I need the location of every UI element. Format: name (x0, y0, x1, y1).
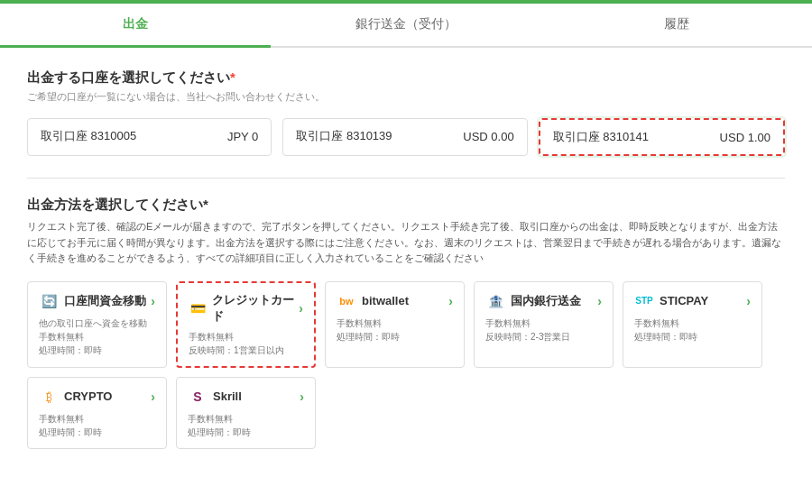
transfer-time: 処理時間：即時 (39, 344, 155, 357)
account-balance-1: USD 0.00 (463, 130, 513, 143)
main-content: 出金する口座を選択してください* ご希望の口座が一覧にない場合は、当社へお問い合… (0, 48, 812, 471)
payment-fee-sticpay: 手数料無料 処理時間：即時 (634, 316, 751, 344)
section-divider (27, 178, 785, 179)
bank-time: 反映時間：2-3営業日 (485, 330, 602, 344)
credit-chevron: › (299, 301, 303, 316)
payment-card-header-crypto: ₿ CRYPTO › (39, 387, 155, 407)
payment-title-row-credit: 💳 クレジットカード (189, 292, 299, 325)
payment-method-grid: 🔄 口座間資金移動 › 他の取引口座へ資金を移動 手数料無料 処理時間：即時 💳… (27, 281, 785, 368)
payment-name-bitwallet: bitwallet (362, 294, 409, 307)
sticpay-chevron: › (746, 294, 751, 308)
credit-fee: 手数料無料 (189, 330, 303, 344)
account-card-inner-0: 取引口座 8310005 JPY 0 (41, 128, 258, 144)
payment-fee-transfer: 他の取引口座へ資金を移動 手数料無料 処理時間：即時 (39, 316, 155, 357)
skrill-chevron: › (300, 389, 304, 404)
account-balance-2: USD 1.00 (720, 131, 770, 144)
payment-card-skrill[interactable]: S Skrill › 手数料無料 処理時間：即時 (176, 377, 316, 449)
payment-name-crypto: CRYPTO (64, 389, 112, 403)
payment-card-header-skrill: S Skrill › (188, 387, 304, 407)
bitwallet-chevron: › (448, 294, 453, 308)
account-id-0: 取引口座 8310005 (41, 128, 136, 144)
payment-card-credit[interactable]: 💳 クレジットカード › 手数料無料 反映時間：1営業日以内 (176, 281, 316, 368)
tab-bank-transfer[interactable]: 銀行送金（受付） (271, 4, 541, 48)
bank-icon: 🏦 (485, 291, 505, 311)
payment-name-transfer: 口座間資金移動 (64, 293, 146, 309)
payment-card-transfer[interactable]: 🔄 口座間資金移動 › 他の取引口座へ資金を移動 手数料無料 処理時間：即時 (27, 281, 167, 368)
payment-name-skrill: Skrill (213, 389, 242, 403)
tab-bar: 出金 銀行送金（受付） 履歴 (0, 4, 812, 48)
account-id-1: 取引口座 8310139 (296, 128, 392, 144)
sticpay-fee: 手数料無料 (634, 316, 751, 330)
account-card-1[interactable]: 取引口座 8310139 USD 0.00 (282, 118, 527, 156)
skrill-icon: S (188, 387, 208, 407)
payment-title-text: 出金方法を選択してください (27, 197, 203, 212)
account-card-row: 取引口座 8310005 JPY 0 取引口座 8310139 USD 0.00… (27, 118, 785, 156)
payment-section-title: 出金方法を選択してください* (27, 197, 785, 214)
sticpay-time: 処理時間：即時 (634, 330, 751, 344)
payment-card-bank[interactable]: 🏦 国内銀行送金 › 手数料無料 反映時間：2-3営業日 (474, 281, 614, 368)
account-required-mark: * (230, 69, 235, 85)
payment-card-header-bitwallet: bw bitwallet › (337, 291, 453, 311)
crypto-fee: 手数料無料 (39, 412, 155, 426)
tab-history[interactable]: 履歴 (541, 4, 812, 48)
payment-fee-crypto: 手数料無料 処理時間：即時 (39, 412, 155, 439)
skrill-fee: 手数料無料 (188, 412, 304, 426)
payment-fee-bank: 手数料無料 反映時間：2-3営業日 (485, 316, 602, 344)
account-section-subtitle: ご希望の口座が一覧にない場合は、当社へお問い合わせください。 (27, 90, 785, 104)
bitwallet-icon: bw (337, 291, 356, 311)
payment-card-header-sticpay: STP STICPAY › (634, 291, 751, 311)
credit-icon: 💳 (189, 298, 207, 318)
bank-chevron: › (597, 294, 602, 308)
tab-withdraw[interactable]: 出金 (0, 4, 271, 48)
payment-description: リクエスト完了後、確認のEメールが届きますので、完了ボタンを押してください。リク… (27, 219, 785, 267)
payment-card-header-bank: 🏦 国内銀行送金 › (485, 291, 602, 311)
account-title-text: 出金する口座を選択してください (27, 69, 230, 85)
account-card-2[interactable]: 取引口座 8310141 USD 1.00 (539, 118, 785, 156)
payment-title-row-skrill: S Skrill (188, 387, 242, 407)
bitwallet-time: 処理時間：即時 (337, 330, 453, 344)
payment-title-row-transfer: 🔄 口座間資金移動 (39, 291, 146, 311)
sticpay-icon: STP (634, 291, 654, 311)
payment-title-row-bitwallet: bw bitwallet (337, 291, 409, 311)
payment-card-header-transfer: 🔄 口座間資金移動 › (39, 291, 155, 311)
bitwallet-fee: 手数料無料 (337, 316, 453, 330)
account-card-inner-2: 取引口座 8310141 USD 1.00 (553, 129, 770, 145)
account-section-title: 出金する口座を選択してください* (27, 69, 785, 87)
transfer-sub: 他の取引口座へ資金を移動 (39, 316, 155, 330)
crypto-chevron: › (151, 389, 155, 404)
bank-fee: 手数料無料 (485, 316, 602, 330)
payment-fee-credit: 手数料無料 反映時間：1営業日以内 (189, 330, 303, 357)
payment-name-credit: クレジットカード (212, 292, 299, 325)
account-card-0[interactable]: 取引口座 8310005 JPY 0 (27, 118, 272, 156)
payment-card-crypto[interactable]: ₿ CRYPTO › 手数料無料 処理時間：即時 (27, 377, 167, 449)
skrill-time: 処理時間：即時 (188, 426, 304, 439)
payment-title-row-sticpay: STP STICPAY (634, 291, 708, 311)
credit-time: 反映時間：1営業日以内 (189, 344, 303, 357)
account-balance-0: JPY 0 (227, 130, 258, 143)
payment-name-bank: 国内銀行送金 (511, 293, 581, 309)
payment-fee-skrill: 手数料無料 処理時間：即時 (188, 412, 304, 439)
payment-fee-bitwallet: 手数料無料 処理時間：即時 (337, 316, 453, 344)
account-card-inner-1: 取引口座 8310139 USD 0.00 (296, 128, 513, 144)
transfer-fee: 手数料無料 (39, 330, 155, 344)
transfer-icon: 🔄 (39, 291, 59, 311)
payment-card-bitwallet[interactable]: bw bitwallet › 手数料無料 処理時間：即時 (325, 281, 465, 368)
crypto-time: 処理時間：即時 (39, 426, 155, 439)
account-id-2: 取引口座 8310141 (553, 129, 649, 145)
payment-required-mark: * (203, 197, 208, 212)
payment-card-sticpay[interactable]: STP STICPAY › 手数料無料 処理時間：即時 (623, 281, 762, 368)
payment-title-row-bank: 🏦 国内銀行送金 (485, 291, 581, 311)
payment-card-header-credit: 💳 クレジットカード › (189, 292, 303, 325)
crypto-icon: ₿ (39, 387, 59, 407)
transfer-chevron: › (151, 294, 155, 308)
payment-name-sticpay: STICPAY (660, 294, 708, 307)
payment-method-grid-2: ₿ CRYPTO › 手数料無料 処理時間：即時 S Skrill › 手数料無… (27, 377, 785, 449)
payment-title-row-crypto: ₿ CRYPTO (39, 387, 112, 407)
